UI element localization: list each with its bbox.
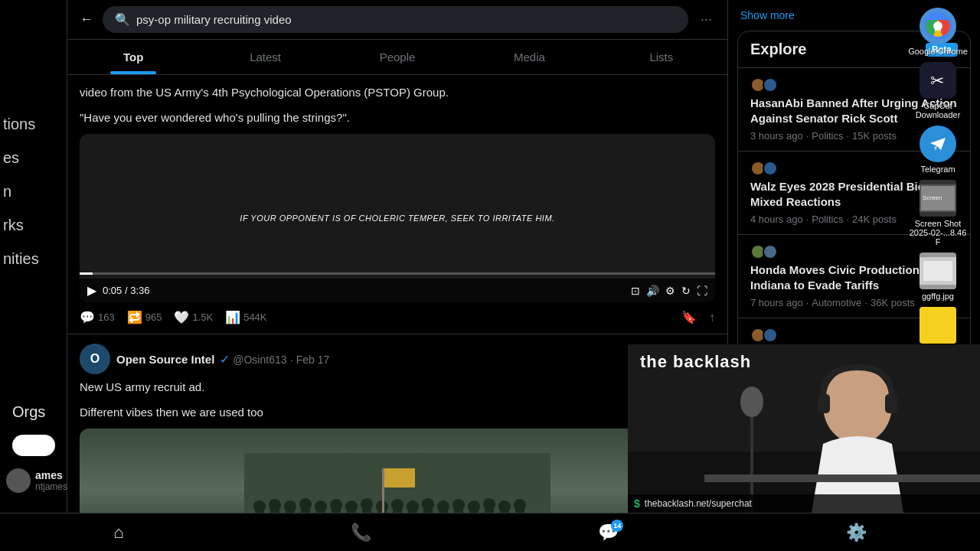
user-handle: ntjames — [35, 481, 67, 492]
stream-label: the backlash — [640, 352, 751, 372]
video-progress-bar[interactable] — [80, 272, 715, 275]
desktop-icon-chrome[interactable]: Google Chrome — [907, 8, 969, 56]
screenshot-label: Screen Shot 2025-02-...8.46 F — [907, 219, 969, 246]
home-icon: ⌂ — [113, 523, 123, 543]
share-button[interactable]: ↑ — [709, 311, 715, 324]
video-controls: ▶ 0:05 / 3:36 ⊡ 🔊 ⚙ ↻ ⛶ — [80, 279, 715, 302]
tab-media[interactable]: Media — [463, 40, 595, 74]
tweet-2-header: O Open Source Intel ✓ @Osint613 · Feb 17… — [80, 344, 715, 374]
svg-point-50 — [933, 21, 942, 31]
svg-point-16 — [361, 498, 373, 510]
sidebar-item-1[interactable]: tions — [0, 107, 39, 141]
telegram-label: Telegram — [920, 165, 955, 174]
desktop-icon-yellow[interactable] — [907, 307, 969, 346]
chrome-label: Google Chrome — [908, 47, 968, 56]
svg-point-22 — [407, 500, 419, 513]
share-icon: ↑ — [709, 311, 715, 324]
verified-icon: ✓ — [220, 353, 230, 366]
video-cast-button[interactable]: ↻ — [681, 285, 691, 297]
messages-nav-button[interactable]: 💬 14 — [598, 523, 619, 543]
search-input-wrap[interactable]: 🔍 — [103, 6, 688, 33]
svg-point-2 — [253, 500, 266, 513]
video-play-button[interactable]: ▶ — [87, 283, 96, 298]
like-button[interactable]: 🤍 1.5K — [174, 310, 213, 324]
sidebar-item-5[interactable]: nities — [0, 242, 39, 276]
tweet-2-meta: Open Source Intel ✓ @Osint613 · Feb 17 — [116, 352, 683, 367]
sidebar-toggle[interactable] — [12, 435, 55, 456]
video-fullscreen-button[interactable]: ⛶ — [697, 285, 707, 297]
video-overlay-text: IF YOUR OPPONENT IS OF CHOLERIC TEMPER, … — [234, 207, 560, 229]
user-name: ames — [35, 469, 67, 481]
notification-badge: 14 — [611, 520, 623, 532]
like-icon: 🤍 — [174, 310, 189, 324]
tweet-2-author-name: Open Source Intel — [116, 353, 214, 366]
tab-lists[interactable]: Lists — [596, 40, 727, 74]
phone-icon: 📞 — [351, 523, 371, 543]
stream-url: thebacklash.net/superchat — [645, 498, 752, 509]
desktop-icon-screenshot[interactable]: Screen Screen Shot 2025-02-...8.46 F — [907, 180, 969, 246]
tweet-1-text-partial: video from the US Army's 4th Psychologic… — [80, 84, 715, 102]
svg-point-12 — [330, 499, 342, 511]
tweet-2-avatar: O — [80, 344, 110, 374]
svg-point-28 — [452, 499, 465, 511]
tab-people[interactable]: People — [332, 40, 463, 74]
svg-point-14 — [345, 500, 358, 513]
capcut-label: CapCut Downloader — [907, 101, 969, 119]
video-mute-button[interactable]: 🔊 — [646, 285, 659, 297]
yellow-icon — [920, 307, 956, 344]
video-caption-button[interactable]: ⊡ — [631, 285, 640, 297]
settings-nav-button[interactable]: ⚙️ — [846, 523, 867, 543]
explore-avatar-2 — [763, 77, 778, 93]
views-button[interactable]: 📊 544K — [225, 310, 266, 324]
back-button[interactable]: ← — [77, 8, 96, 31]
explore-avatar-4 — [763, 244, 778, 259]
svg-rect-47 — [704, 474, 980, 482]
comment-button[interactable]: 💬 163 — [80, 310, 115, 324]
stream-overlay: the backlash $ thebacklash.net/superchat — [628, 344, 980, 513]
views-count: 544K — [243, 311, 266, 323]
video-settings-button[interactable]: ⚙ — [665, 285, 675, 297]
user-avatar — [6, 468, 31, 493]
svg-point-24 — [422, 498, 434, 510]
svg-point-10 — [315, 500, 327, 513]
like-count: 1.5K — [192, 311, 213, 323]
sidebar-item-2[interactable]: es — [0, 141, 39, 174]
search-input[interactable] — [136, 13, 676, 26]
tweet-1-quote: "Have you ever wondered who's pulling th… — [80, 109, 715, 127]
tab-top[interactable]: Top — [67, 40, 199, 74]
explore-avatar-2b — [763, 161, 778, 176]
video-player[interactable]: IF YOUR OPPONENT IS OF CHOLERIC TEMPER, … — [80, 134, 715, 302]
sidebar-nav-items: tions es n rks nities — [0, 107, 39, 276]
desktop-icon-ggffg[interactable]: ggffg.jpg — [907, 253, 969, 301]
bottom-nav: ⌂ 📞 💬 14 ⚙️ — [0, 513, 980, 551]
search-more-button[interactable]: ··· — [694, 8, 718, 31]
svg-rect-58 — [923, 261, 952, 281]
desktop-icon-telegram[interactable]: Telegram — [907, 126, 969, 174]
svg-rect-39 — [384, 468, 415, 487]
capcut-icon: ✂ — [920, 62, 956, 99]
svg-rect-46 — [885, 394, 897, 413]
svg-point-26 — [437, 500, 449, 513]
desktop-icon-capcut[interactable]: ✂ CapCut Downloader — [907, 62, 969, 119]
retweet-button[interactable]: 🔁 965 — [127, 310, 162, 324]
tweet-1: video from the US Army's 4th Psychologic… — [67, 75, 727, 334]
svg-rect-45 — [818, 394, 830, 413]
sidebar-item-4[interactable]: rks — [0, 208, 39, 242]
tab-latest[interactable]: Latest — [199, 40, 331, 74]
chrome-icon — [920, 8, 956, 44]
svg-text:✂: ✂ — [930, 71, 944, 90]
sidebar-item-3[interactable]: n — [0, 174, 39, 208]
svg-point-8 — [299, 498, 312, 510]
explore-title: Explore — [750, 41, 806, 58]
bookmark-button[interactable]: 🔖 — [681, 310, 697, 324]
comment-count: 163 — [98, 311, 115, 323]
tweet-1-actions: 💬 163 🔁 965 🤍 1.5K 📊 544K 🔖 — [80, 310, 715, 324]
svg-point-43 — [740, 386, 763, 417]
orgs-label[interactable]: Orgs — [0, 396, 67, 429]
video-time: 0:05 / 3:36 — [103, 285, 625, 296]
bookmark-icon: 🔖 — [681, 310, 697, 324]
phone-nav-button[interactable]: 📞 — [351, 523, 371, 543]
ggffg-icon — [920, 253, 956, 289]
svg-point-30 — [468, 500, 480, 513]
home-nav-button[interactable]: ⌂ — [113, 523, 123, 543]
